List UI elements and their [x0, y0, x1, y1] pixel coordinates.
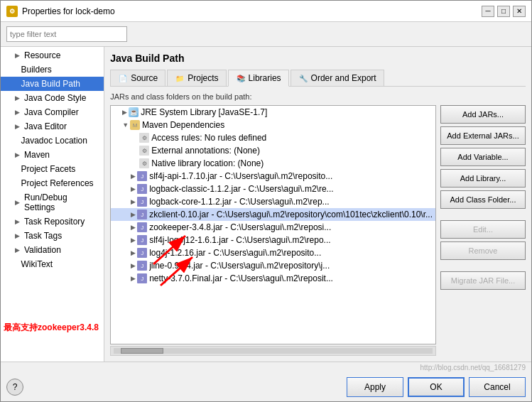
maven-label: Maven Dependencies: [142, 120, 224, 130]
remove-button[interactable]: Remove: [440, 241, 526, 260]
expand-arrow-project-references: [15, 180, 17, 187]
tree-item-jre[interactable]: ▶ ☕ JRE System Library [JavaSE-1.7]: [111, 106, 435, 119]
sidebar-label-project-references: Project References: [21, 178, 94, 188]
dialog: ⚙ Properties for lock-demo ─ □ ✕ ▶ Resou…: [0, 0, 532, 402]
main-content: ▶ Resource Builders Java Build Path ▶ Ja…: [1, 47, 531, 362]
add-external-jars-button[interactable]: Add External JARs...: [440, 126, 526, 145]
netty-icon: J: [137, 273, 147, 283]
tree-item-jline[interactable]: ▶ J jline-0.9.94.jar - C:\Users\agui\.m2…: [111, 259, 435, 272]
sidebar-item-wikitext[interactable]: WikiText: [1, 257, 104, 271]
tree-item-zkclient[interactable]: ▶ J zkclient-0.10.jar - C:\Users\agui\.m…: [111, 208, 435, 221]
help-button[interactable]: ?: [6, 379, 23, 396]
sidebar-label-java-editor: Java Editor: [24, 121, 67, 131]
logback-core-label: logback-core-1.1.2.jar - C:\Users\agui\.…: [149, 197, 329, 207]
zkclient-icon: J: [137, 210, 147, 219]
tree-item-logback-classic[interactable]: ▶ J logback-classic-1.1.2.jar - C:\Users…: [111, 183, 435, 195]
apply-button[interactable]: Apply: [347, 377, 403, 397]
filter-input[interactable]: [6, 26, 127, 42]
slf4j-api-label: slf4j-api-1.7.10.jar - C:\Users\agui\.m2…: [149, 171, 332, 181]
tree-item-log4j[interactable]: ▶ J log4j-1.2.16.jar - C:\Users\agui\.m2…: [111, 246, 435, 259]
expand-arrow-builders: [15, 66, 17, 73]
sidebar-item-maven[interactable]: ▶ Maven: [1, 148, 104, 162]
sidebar-item-java-build-path[interactable]: Java Build Path: [1, 77, 104, 91]
tab-order-export[interactable]: 🔧 Order and Export: [291, 70, 384, 86]
ok-button[interactable]: OK: [408, 377, 465, 397]
ext-annotations-label: External annotations: (None): [151, 146, 260, 156]
cancel-button[interactable]: Cancel: [469, 377, 526, 397]
ext-annotations-icon: ⚙: [139, 146, 149, 156]
add-class-folder-button[interactable]: Add Class Folder...: [440, 190, 526, 209]
tab-source[interactable]: 📄 Source: [110, 70, 165, 86]
expand-arrow-java-compiler: ▶: [15, 109, 20, 116]
tree-item-ext-annotations[interactable]: ⚙ External annotations: (None): [111, 144, 435, 157]
sidebar-label-project-facets: Project Facets: [21, 164, 76, 174]
scrollbar-track: [114, 348, 433, 354]
tree-item-slf4j-log4j12[interactable]: ▶ J slf4j-log4j12-1.6.1.jar - C:\Users\a…: [111, 234, 435, 246]
sidebar-item-resource[interactable]: ▶ Resource: [1, 48, 104, 63]
add-jars-button[interactable]: Add JARs...: [440, 105, 526, 124]
sidebar-label-java-code-style: Java Code Style: [24, 93, 86, 103]
tree-item-netty[interactable]: ▶ J netty-3.7.0.Final.jar - C:\Users\agu…: [111, 272, 435, 285]
sidebar-item-project-facets[interactable]: Project Facets: [1, 162, 104, 176]
source-icon: 📄: [118, 73, 128, 83]
zookeeper-icon: J: [137, 222, 147, 232]
native-lib-icon: ⚙: [139, 158, 149, 168]
watermark-text: http://blog.csdn.net/qq_16681279: [1, 362, 531, 373]
sidebar-item-java-compiler[interactable]: ▶ Java Compiler: [1, 105, 104, 119]
migrate-jar-button[interactable]: Migrate JAR File...: [440, 271, 526, 290]
netty-label: netty-3.7.0.Final.jar - C:\Users\agui\.m…: [149, 273, 333, 283]
sidebar-label-task-repo: Task Repository: [24, 217, 85, 227]
content-panel: Java Build Path 📄 Source 📁 Projects 📚 Li…: [104, 47, 531, 362]
slf4j-api-icon: J: [137, 171, 147, 181]
log4j-icon: J: [137, 248, 147, 258]
tree-item-maven[interactable]: ▼ M Maven Dependencies: [111, 119, 435, 131]
tree-item-logback-core[interactable]: ▶ J logback-core-1.1.2.jar - C:\Users\ag…: [111, 195, 435, 208]
access-rules-label: Access rules: No rules defined: [151, 133, 266, 143]
expand-arrow-run-debug: ▶: [15, 199, 20, 206]
add-variable-button[interactable]: Add Variable...: [440, 148, 526, 166]
tree-item-access-rules[interactable]: ⚙ Access rules: No rules defined: [111, 131, 435, 144]
maximize-button[interactable]: □: [497, 6, 510, 17]
scrollbar-thumb[interactable]: [121, 348, 163, 354]
expand-arrow-resource: ▶: [15, 52, 20, 59]
slf4j-log4j12-label: slf4j-log4j12-1.6.1.jar - C:\Users\agui\…: [149, 235, 330, 245]
sidebar-item-task-repository[interactable]: ▶ Task Repository: [1, 214, 104, 229]
tab-projects-label: Projects: [188, 73, 218, 83]
sidebar-item-run-debug[interactable]: ▶ Run/Debug Settings: [1, 190, 104, 214]
horizontal-scrollbar[interactable]: [110, 346, 436, 356]
sidebar-item-javadoc-location[interactable]: Javadoc Location: [1, 134, 104, 148]
logback-classic-label: logback-classic-1.1.2.jar - C:\Users\agu…: [149, 184, 333, 194]
sidebar-item-validation[interactable]: ▶ Validation: [1, 243, 104, 257]
maven-icon: M: [130, 120, 140, 130]
tab-order-export-label: Order and Export: [311, 73, 376, 83]
sidebar-item-java-editor[interactable]: ▶ Java Editor: [1, 119, 104, 134]
tab-projects[interactable]: 📁 Projects: [167, 70, 226, 86]
expand-arrow-java-build-path: [15, 80, 17, 87]
tree-item-zookeeper[interactable]: ▶ J zookeeper-3.4.8.jar - C:\Users\agui\…: [111, 221, 435, 234]
slf4j-log4j-arrow-icon: ▶: [131, 237, 136, 244]
minimize-button[interactable]: ─: [482, 6, 494, 17]
jre-label: JRE System Library [JavaSE-1.7]: [141, 107, 267, 117]
sidebar-label-maven: Maven: [24, 150, 50, 160]
sidebar-item-project-references[interactable]: Project References: [1, 176, 104, 190]
native-lib-label: Native library location: (None): [151, 158, 264, 168]
close-button[interactable]: ✕: [513, 6, 526, 17]
jline-label: jline-0.9.94.jar - C:\Users\agui\.m2\rep…: [149, 261, 330, 271]
tree-item-slf4j-api[interactable]: ▶ J slf4j-api-1.7.10.jar - C:\Users\agui…: [111, 170, 435, 183]
expand-arrow-wikitext: [15, 261, 17, 268]
build-path-tree[interactable]: ▶ ☕ JRE System Library [JavaSE-1.7] ▼ M …: [110, 105, 436, 344]
log4j-arrow-icon: ▶: [131, 249, 136, 256]
libraries-icon: 📚: [236, 73, 246, 83]
sidebar-label-resource: Resource: [24, 50, 60, 60]
tree-item-native-lib[interactable]: ⚙ Native library location: (None): [111, 157, 435, 170]
sidebar: ▶ Resource Builders Java Build Path ▶ Ja…: [1, 47, 104, 362]
edit-button[interactable]: Edit...: [440, 220, 526, 239]
sidebar-item-task-tags[interactable]: ▶ Task Tags: [1, 229, 104, 243]
tab-libraries[interactable]: 📚 Libraries: [228, 70, 289, 87]
maven-arrow-icon: ▼: [122, 121, 129, 129]
add-library-button[interactable]: Add Library...: [440, 169, 526, 188]
sidebar-item-builders[interactable]: Builders: [1, 63, 104, 77]
filter-row: [1, 22, 531, 47]
sidebar-item-java-code-style[interactable]: ▶ Java Code Style: [1, 91, 104, 105]
slf4j-log4j12-icon: J: [137, 235, 147, 245]
